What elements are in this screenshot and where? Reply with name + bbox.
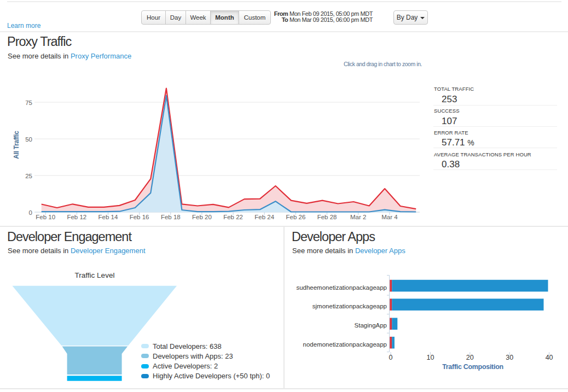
svg-text:50: 50 (25, 136, 32, 143)
svg-text:25: 25 (25, 173, 32, 179)
svg-text:All Traffic: All Traffic (13, 131, 20, 159)
svg-text:nodemonetizationpackageapp: nodemonetizationpackageapp (303, 341, 387, 348)
svg-text:20: 20 (466, 354, 474, 361)
svg-text:10: 10 (426, 354, 434, 361)
svg-text:StagingApp: StagingApp (355, 322, 387, 329)
svg-text:30: 30 (506, 354, 513, 361)
svg-text:40: 40 (546, 354, 553, 361)
svg-text:sudheemonetizationpackageapp: sudheemonetizationpackageapp (296, 284, 387, 291)
svg-text:0: 0 (389, 354, 393, 361)
svg-text:0: 0 (29, 209, 32, 216)
svg-text:75: 75 (25, 100, 32, 106)
svg-text:sjmonetizationpackageapp: sjmonetizationpackageapp (312, 303, 387, 309)
svg-text:Traffic Composition: Traffic Composition (442, 363, 503, 371)
